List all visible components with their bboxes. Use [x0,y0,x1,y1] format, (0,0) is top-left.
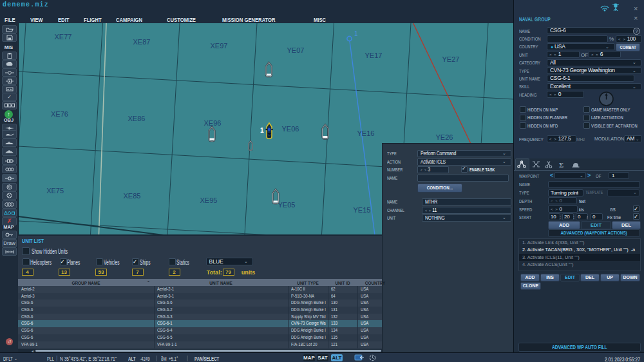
svg-text:YE15: YE15 [354,206,371,214]
svg-text:1: 1 [354,30,358,37]
svg-text:XE97: XE97 [211,42,228,50]
svg-text:YE27: YE27 [442,55,460,63]
svg-text:XE96: XE96 [204,119,222,127]
svg-text:YE26: YE26 [436,133,453,141]
svg-text:XE75: XE75 [46,187,64,195]
svg-text:YE05: YE05 [278,201,296,209]
svg-text:Σ: Σ [559,161,564,169]
svg-text:XE95: XE95 [200,196,218,204]
svg-text:XE76: XE76 [51,110,68,118]
svg-text:XE85: XE85 [124,192,141,200]
svg-text:YE16: YE16 [357,129,375,137]
svg-text:XE87: XE87 [133,38,151,46]
svg-text:1: 1 [260,127,264,134]
svg-text:YE06: YE06 [282,125,299,133]
svg-text:YE07: YE07 [287,46,305,54]
svg-text:XE86: XE86 [128,115,146,122]
svg-text:XE77: XE77 [55,33,72,41]
svg-text:YE17: YE17 [365,52,383,59]
